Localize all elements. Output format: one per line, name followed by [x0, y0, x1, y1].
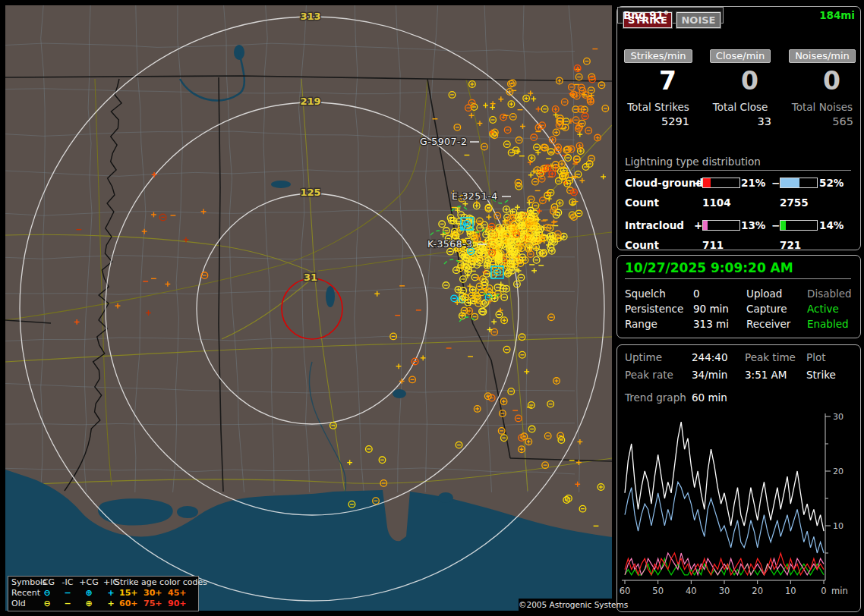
range-value: 313 mi [693, 318, 729, 330]
uptime-value: 244:40 [692, 351, 728, 363]
trend-y-tick: 10 [833, 521, 844, 531]
recent-pos-cg-icon: ⊕ [77, 588, 101, 599]
pos-ic-count: 711 [702, 239, 724, 251]
age-30: 30+ [143, 588, 166, 599]
receiver-status: Enabled [807, 318, 849, 330]
squelch-label: Squelch [625, 288, 666, 300]
cloud-ground-label: Cloud-ground [625, 177, 703, 189]
recent-neg-ic-icon: − [58, 588, 77, 599]
neg-cg-percent: 52% [819, 177, 844, 189]
trend-graph: 1020306050403020100min [619, 409, 859, 608]
age-90: 90+ [168, 599, 195, 609]
trend-x-tick: 60 [620, 586, 631, 596]
close-column: Close/min 0 Total Close 33 [704, 49, 777, 148]
pos-cg-count: 1104 [702, 196, 731, 209]
old-pos-ic-icon: + [102, 599, 119, 609]
strike-stats-panel: STRIKE NOISE Bng 91° 184mi Strikes/min 7… [616, 6, 861, 250]
storm-cell-label: E-3251-4 [452, 190, 498, 202]
strikes-per-min-button[interactable]: Strikes/min [624, 49, 692, 63]
old-neg-ic-icon: − [58, 599, 77, 609]
datetime-display: 10/27/2025 9:09:20 AM [625, 260, 851, 279]
plot-label: Plot [806, 351, 825, 363]
trend-x-unit: min [831, 586, 848, 596]
legend-old-row: Old ⊖ − ⊕ + 60+ 75+ 90+ [8, 599, 198, 609]
receiver-label: Receiver [746, 318, 790, 330]
recent-neg-cg-icon: ⊖ [36, 588, 58, 599]
map-legend: Symbols -CG -IC +CG +IC Strike age color… [8, 576, 199, 611]
bearing-label: Bng 91° [623, 8, 669, 23]
age-75: 75+ [143, 599, 166, 609]
upload-status: Disabled [807, 288, 852, 300]
peak-rate-label: Peak rate [625, 369, 673, 381]
persistence-label: Persistence [625, 303, 683, 315]
total-noises-label: Total Noises [786, 101, 859, 113]
plot-value: Strike [806, 369, 836, 381]
neg-ic-bar [780, 220, 818, 231]
trend-graph-label: Trend graph [625, 391, 686, 404]
legend-recent-row: Recent ⊖ − ⊕ + 15+ 30+ 45+ [8, 588, 198, 599]
minus-sign: − [771, 177, 780, 189]
trend-x-tick: 50 [652, 586, 664, 596]
intracloud-label: Intracloud [625, 219, 684, 231]
old-neg-cg-icon: ⊖ [36, 599, 58, 609]
neg-cg-bar [780, 178, 818, 188]
peak-rate-value: 34/min [692, 369, 727, 381]
lightning-map[interactable]: 31321912531G-5907-2E-3251-4K-3568-3 Symb… [5, 5, 612, 611]
total-close-value: 33 [704, 115, 777, 127]
legend-col-pos-cg: +CG [77, 577, 101, 588]
peak-time-value: 3:51 AM [745, 369, 787, 381]
noises-per-min-button[interactable]: Noises/min [789, 49, 856, 63]
upload-label: Upload [746, 288, 782, 300]
close-per-min-value: 0 [704, 66, 777, 96]
total-strikes-value: 5291 [622, 115, 695, 127]
persistence-value: 90 min [693, 303, 729, 315]
pos-cg-bar [702, 178, 740, 188]
map-canvas: 31321912531G-5907-2E-3251-4K-3568-3 [5, 5, 612, 611]
trend-y-tick: 30 [833, 412, 844, 422]
close-per-min-button[interactable]: Close/min [710, 49, 771, 63]
squelch-value: 0 [693, 288, 700, 300]
pos-cg-percent: 21% [741, 177, 765, 189]
pos-ic-percent: 13% [741, 219, 765, 231]
total-strikes-label: Total Strikes [622, 101, 695, 113]
range-ring-label: 313 [300, 11, 320, 22]
count-label: Count [625, 196, 659, 209]
bearing-distance: 184mi [819, 8, 855, 23]
range-ring-label: 219 [300, 96, 320, 107]
plus-sign: + [694, 177, 702, 189]
recent-pos-ic-icon: + [102, 588, 119, 599]
legend-age-header: Strike age color codes [115, 577, 195, 588]
trend-x-tick: 20 [752, 586, 763, 596]
storm-cell-label: K-3568-3 [427, 238, 473, 250]
neg-ic-count: 721 [780, 239, 801, 251]
capture-status: Active [807, 303, 839, 315]
strikes-per-min-value: 7 [622, 66, 695, 96]
capture-label: Capture [746, 303, 787, 315]
strikes-column: Strikes/min 7 Total Strikes 5291 [622, 49, 695, 148]
status-sidebar: STRIKE NOISE Bng 91° 184mi Strikes/min 7… [616, 0, 864, 616]
trend-graph-value: 60 min [692, 391, 727, 404]
trend-panel: Uptime 244:40 Peak time Plot Peak rate 3… [616, 344, 861, 612]
distribution-title: Lightning type distribution [625, 156, 851, 171]
status-panel: 10/27/2025 9:09:20 AM Squelch 0 Upload D… [616, 255, 861, 338]
legend-header-row: Symbols -CG -IC +CG +IC Strike age color… [8, 577, 198, 588]
noises-column: Noises/min 0 Total Noises 565 [786, 49, 859, 148]
age-15: 15+ [119, 588, 142, 599]
storm-cell-label: G-5907-2 [420, 136, 467, 147]
legend-col-neg-ic: -IC [58, 577, 77, 588]
plus-sign: + [694, 219, 702, 231]
trend-x-tick: 10 [785, 586, 796, 596]
uptime-label: Uptime [625, 351, 662, 363]
neg-ic-percent: 14% [819, 219, 844, 231]
noises-per-min-value: 0 [786, 66, 859, 96]
range-ring-label: 31 [304, 272, 317, 283]
minus-sign: − [771, 219, 780, 231]
range-label: Range [625, 318, 657, 330]
copyright-label: ©2005 Astrogenic Systems [519, 599, 613, 611]
total-noises-value: 565 [786, 115, 859, 127]
peak-time-label: Peak time [745, 351, 796, 363]
noise-button[interactable]: NOISE [676, 12, 721, 28]
range-ring-label: 125 [300, 187, 320, 198]
trend-x-tick: 40 [686, 586, 697, 596]
trend-y-tick: 20 [833, 467, 844, 476]
